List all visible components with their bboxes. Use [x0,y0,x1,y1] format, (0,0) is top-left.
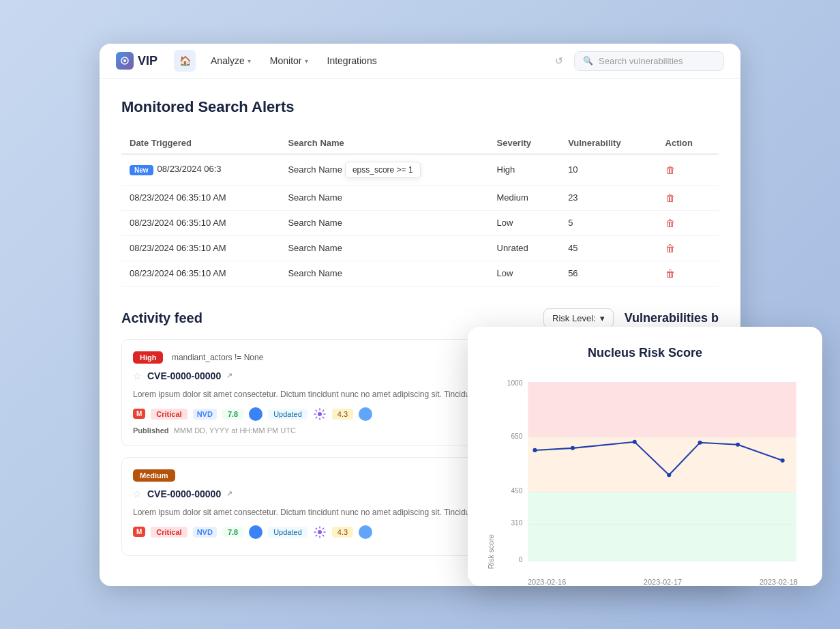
table-header-row: Date Triggered Search Name Severity Vuln… [121,132,719,154]
analyze-label: Analyze [211,55,245,66]
logo-icon [116,52,134,70]
risk-level-label: Risk Level: [552,313,596,323]
integrations-nav[interactable]: Integrations [323,53,381,69]
tooltip-box: epss_score >= 1 [345,162,421,178]
tag-critical-2[interactable]: Critical [151,527,187,538]
col-action: Action [657,132,719,154]
tag-nvd-2[interactable]: NVD [193,527,217,538]
app-logo[interactable]: VIP [116,52,158,70]
cve-link-2[interactable]: CVE-0000-00000 [147,488,221,499]
navbar: VIP 🏠 Analyze ▾ Monitor ▾ Integrations ↺… [100,44,740,79]
published-label-1: Published [133,426,169,435]
cell-date-3: 08/23/2024 06:35:10 AM [121,235,280,261]
cell-action-4[interactable]: 🗑 [657,261,719,286]
cell-vulnerability-2: 5 [560,210,657,235]
delete-icon[interactable]: 🗑 [665,192,675,203]
severity-badge-high: High [133,351,163,364]
col-vulnerability: Vulnerability [560,132,657,154]
monitor-label: Monitor [270,55,302,66]
tag-score-1[interactable]: 7.8 [222,409,243,420]
search-name-text: Search Name [288,218,342,228]
cell-vulnerability-3: 45 [560,235,657,261]
filter-tag-1: mandiant_actors != None [172,353,263,362]
cell-date-1: 08/23/2024 06:35:10 AM [121,185,280,210]
cell-search-name-4: Search Name [280,261,488,286]
monitor-nav[interactable]: Monitor ▾ [266,53,312,69]
cell-severity-1: Medium [489,185,560,210]
dot-1 [532,448,537,452]
y-label-650: 650 [511,433,522,440]
section-header: Activity feed Risk Level: ▾ Vulnerabilit… [121,308,719,328]
cell-search-name-1: Search Name [280,185,488,210]
delete-icon[interactable]: 🗑 [665,268,675,279]
star-icon[interactable]: ☆ [133,370,142,381]
tag-score-2[interactable]: 7.8 [222,527,243,538]
table-row: 08/23/2024 06:35:10 AMSearch NameLow5🗑 [121,210,719,235]
search-icon: 🔍 [583,56,593,65]
gear-icon-2 [313,525,327,539]
delete-icon[interactable]: 🗑 [665,218,675,229]
cell-date-2: 08/23/2024 06:35:10 AM [121,210,280,235]
external-link-icon[interactable]: ↗ [226,371,232,380]
tag-nvd-1[interactable]: NVD [193,409,217,420]
chart-panel: Nucleus Risk Score Risk score 1000 650 4… [468,327,822,585]
search-name-text: Search Name [288,243,342,253]
cell-search-name-3: Search Name [280,235,488,261]
y-label-450: 450 [511,488,522,495]
table-row: 08/23/2024 06:35:10 AMSearch NameLow56🗑 [121,261,719,286]
search-name-text: Search Name [288,164,342,175]
y-axis-label: Risk score [487,374,495,569]
cve-link-1[interactable]: CVE-0000-00000 [147,370,221,381]
cell-vulnerability-4: 56 [560,261,657,286]
tag-critical-1[interactable]: Critical [151,409,187,420]
x-label-2: 2023-02-17 [644,578,682,586]
cell-search-name-2: Search Name [280,210,488,235]
alerts-table: Date Triggered Search Name Severity Vuln… [121,132,719,287]
activity-feed-title: Activity feed [121,310,202,326]
analyze-chevron-icon: ▾ [247,57,251,65]
cell-action-2[interactable]: 🗑 [657,210,719,235]
logo-text: VIP [138,54,158,68]
circle2-icon-1 [359,407,372,421]
badge-new: New [130,165,153,175]
delete-icon[interactable]: 🗑 [665,164,675,175]
medium-zone [528,437,796,493]
history-button[interactable]: ↺ [555,55,563,66]
x-axis-labels: 2023-02-16 2023-02-17 2023-02-18 [500,572,803,586]
monitor-chevron-icon: ▾ [305,57,308,65]
cell-date-0: New08/23/2024 06:3 [121,154,280,186]
circle2-icon-2 [359,525,372,539]
search-bar[interactable]: 🔍 Search vulnerabilities [574,51,724,71]
severity-badge-medium: Medium [133,469,175,482]
tag-updated-1[interactable]: Updated [268,409,308,420]
risk-level-button[interactable]: Risk Level: ▾ [543,308,614,328]
chart-title: Nucleus Risk Score [487,346,803,360]
search-name-text: Search Name [288,268,342,278]
tag-score-43-1[interactable]: 4.3 [332,409,353,420]
table-row: 08/23/2024 06:35:10 AMSearch NameMedium2… [121,185,719,210]
external-link-icon-2[interactable]: ↗ [226,489,232,498]
star-icon-2[interactable]: ☆ [133,488,142,499]
search-placeholder: Search vulnerabilities [599,56,683,66]
delete-icon[interactable]: 🗑 [665,243,675,254]
dot-4 [667,473,671,477]
circle-icon-2 [249,525,262,539]
cell-severity-3: Unrated [489,235,560,261]
cell-action-3[interactable]: 🗑 [657,235,719,261]
svg-point-1 [123,59,126,62]
y-label-0: 0 [519,557,523,564]
cell-severity-0: High [489,154,560,186]
vuln-header: Vulnerabilities b [625,311,719,325]
chart-svg: 1000 650 450 310 0 [500,374,803,569]
monitored-alerts-section: Monitored Search Alerts Date Triggered S… [121,98,719,287]
col-search-name: Search Name [280,132,488,154]
analyze-nav[interactable]: Analyze ▾ [207,53,255,69]
dot-7 [781,458,785,463]
cell-action-0[interactable]: 🗑 [657,154,719,186]
dot-2 [571,446,575,450]
cell-action-1[interactable]: 🗑 [657,185,719,210]
tag-updated-2[interactable]: Updated [268,527,308,538]
table-row: 08/23/2024 06:35:10 AMSearch NameUnrated… [121,235,719,261]
home-button[interactable]: 🏠 [174,50,196,72]
tag-score-43-2[interactable]: 4.3 [332,527,353,538]
